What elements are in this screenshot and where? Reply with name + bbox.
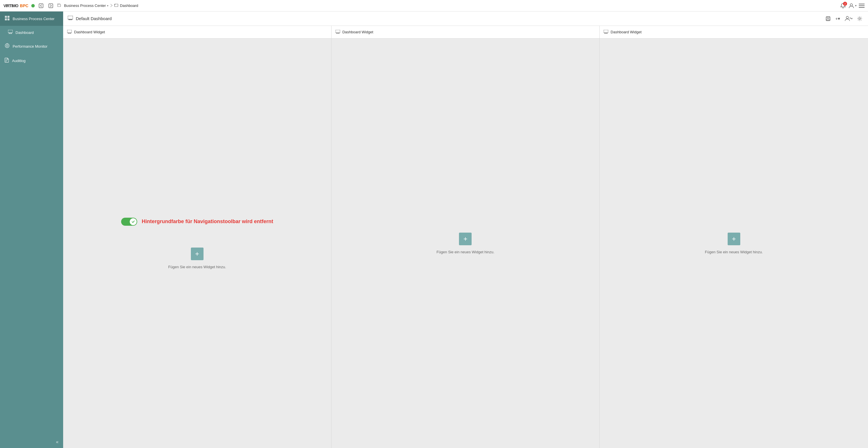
- widget3-title: Dashboard Widget: [611, 30, 642, 34]
- breadcrumb-icon: [114, 3, 118, 8]
- svg-rect-0: [39, 4, 43, 8]
- dashboard-actions: +▾ ▾: [825, 14, 863, 23]
- forward-button[interactable]: [48, 2, 54, 9]
- sidebar-auditlog-label: Auditlog: [12, 59, 26, 63]
- sidebar-collapse-button[interactable]: «: [56, 439, 59, 445]
- add-widget-button-3[interactable]: +: [727, 233, 740, 245]
- user-dropdown-icon: ▾: [851, 17, 852, 20]
- widget-header-3: Dashboard Widget: [600, 26, 868, 38]
- sidebar-item-auditlog[interactable]: Auditlog: [0, 53, 63, 68]
- bell-icon-wrap: 2: [840, 3, 846, 9]
- toggle-track: [121, 218, 137, 226]
- dashboard-title: Default Dashboard: [76, 16, 822, 21]
- dashboard-monitor-icon: [68, 16, 73, 21]
- add-widget-hint-3: Fügen Sie ein neues Widget hinzu.: [705, 250, 763, 254]
- sidebar-performance-label: Performance Monitor: [12, 44, 48, 49]
- user-dashboard-button[interactable]: ▾: [844, 14, 854, 23]
- svg-rect-9: [5, 16, 7, 18]
- widget-header-2: Dashboard Widget: [332, 26, 600, 38]
- dashboard-icon: [8, 30, 12, 35]
- status-dot: [31, 4, 35, 7]
- widget-panel-2: Dashboard Widget + Fügen Sie ein neues W…: [332, 26, 600, 448]
- svg-rect-11: [5, 19, 7, 20]
- add-widget-hint-1: Fügen Sie ein neues Widget hinzu.: [168, 265, 226, 269]
- dashboard-header: Default Dashboard +▾ ▾: [63, 11, 868, 26]
- add-widget-button-2[interactable]: +: [459, 233, 472, 245]
- svg-rect-28: [827, 17, 829, 18]
- avatar-dropdown-icon: ▾: [855, 4, 857, 7]
- hamburger-menu-button[interactable]: [859, 3, 865, 8]
- svg-point-31: [846, 17, 848, 19]
- sidebar-item-bpc[interactable]: Business Process Center: [0, 11, 63, 26]
- svg-rect-13: [8, 30, 12, 33]
- dashboard-settings-button[interactable]: [856, 15, 863, 22]
- add-widget-button-1[interactable]: +: [191, 247, 204, 260]
- svg-point-18: [6, 45, 8, 47]
- svg-point-17: [5, 43, 9, 48]
- breadcrumb-dropdown-icon: ▾: [107, 4, 108, 7]
- content-area: Default Dashboard +▾ ▾: [63, 11, 868, 448]
- sidebar-bpc-label: Business Process Center: [12, 17, 55, 21]
- logo-text: VIRTIMO: [3, 3, 18, 8]
- auditlog-icon: [5, 57, 9, 64]
- svg-rect-1: [49, 4, 53, 8]
- svg-rect-39: [336, 30, 340, 33]
- svg-rect-10: [7, 16, 9, 18]
- breadcrumb-separator: [110, 4, 113, 8]
- widget1-monitor-icon: [67, 30, 72, 35]
- sidebar-item-dashboard[interactable]: Dashboard: [0, 26, 63, 39]
- dashboard-grid: Dashboard Widget: [63, 26, 868, 448]
- main-layout: Business Process Center Dashboard Perfor…: [0, 11, 868, 448]
- top-navbar: VIRTIMO BPC Business Process Center ▾ Da…: [0, 0, 868, 11]
- sidebar-bottom: «: [0, 436, 63, 448]
- widget1-body: Hintergrundfarbe für Navigationstoolbar …: [63, 38, 331, 448]
- widget-panel-3: Dashboard Widget + Fügen Sie ein neues W…: [600, 26, 868, 448]
- widget2-title: Dashboard Widget: [342, 30, 373, 34]
- widget2-monitor-icon: [336, 30, 340, 35]
- widget1-message-area: Hintergrundfarbe für Navigationstoolbar …: [121, 218, 273, 226]
- widget2-body: + Fügen Sie ein neues Widget hinzu.: [332, 38, 600, 448]
- logo-area: VIRTIMO BPC: [3, 3, 35, 8]
- svg-rect-35: [67, 30, 72, 33]
- toggle-switch[interactable]: [121, 218, 137, 226]
- svg-rect-12: [7, 19, 9, 20]
- performance-icon: [5, 43, 10, 50]
- add-widget-hint-2: Fügen Sie ein neues Widget hinzu.: [437, 250, 495, 254]
- top-right-actions: 2 ▾: [840, 3, 865, 9]
- add-dashboard-button[interactable]: +▾: [834, 15, 841, 22]
- page-icon: [57, 3, 61, 8]
- widget-header-1: Dashboard Widget: [63, 26, 331, 38]
- breadcrumb-app[interactable]: Business Process Center ▾: [64, 3, 108, 8]
- bpc-label: BPC: [20, 3, 28, 8]
- breadcrumb: Business Process Center ▾ Dashboard: [64, 3, 837, 8]
- svg-rect-23: [68, 16, 73, 19]
- sidebar-dashboard-label: Dashboard: [16, 30, 34, 35]
- sidebar-item-performance[interactable]: Performance Monitor: [0, 39, 63, 53]
- widget-panel-1: Dashboard Widget: [63, 26, 332, 448]
- sidebar: Business Process Center Dashboard Perfor…: [0, 11, 63, 448]
- svg-point-30: [828, 19, 828, 20]
- bpc-icon: [5, 16, 10, 22]
- svg-rect-43: [603, 30, 608, 33]
- widget1-message-text: Hintergrundfarbe für Navigationstoolbar …: [142, 218, 273, 225]
- widget3-monitor-icon: [603, 30, 608, 35]
- notification-badge: 2: [843, 2, 847, 6]
- svg-point-34: [859, 18, 861, 20]
- breadcrumb-page: Dashboard: [120, 3, 138, 8]
- user-avatar-button[interactable]: ▾: [848, 3, 857, 9]
- toggle-knob: [130, 218, 136, 225]
- svg-point-5: [850, 4, 852, 6]
- widget3-body: + Fügen Sie ein neues Widget hinzu.: [600, 38, 868, 448]
- widget1-title: Dashboard Widget: [74, 30, 105, 34]
- save-dashboard-button[interactable]: [825, 15, 832, 22]
- back-button[interactable]: [38, 2, 44, 9]
